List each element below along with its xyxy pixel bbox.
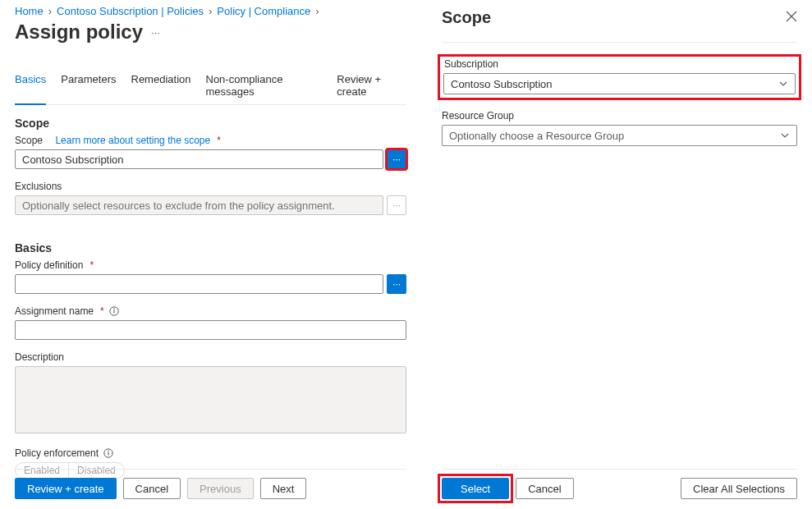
- cancel-button[interactable]: Cancel: [123, 478, 181, 499]
- resource-group-label: Resource Group: [442, 110, 797, 122]
- policy-enforcement-label-row: Policy enforcement: [15, 447, 406, 459]
- scope-label-row: Scope Learn more about setting the scope…: [15, 135, 406, 146]
- assignment-name-input[interactable]: [15, 320, 406, 340]
- tab-parameters[interactable]: Parameters: [61, 68, 116, 104]
- subscription-label: Subscription: [444, 58, 796, 70]
- description-field: Description: [15, 351, 406, 436]
- tab-review-create[interactable]: Review + create: [337, 68, 406, 104]
- policy-definition-label-row: Policy definition *: [15, 259, 406, 271]
- assignment-name-label: Assignment name: [15, 305, 94, 317]
- breadcrumb-policy-compliance[interactable]: Policy | Compliance: [217, 5, 310, 17]
- right-footer-bar: Select Cancel Clear All Selections: [442, 469, 797, 499]
- svg-rect-1: [113, 310, 114, 314]
- tab-remediation[interactable]: Remediation: [131, 68, 191, 104]
- breadcrumb-subscription-policies[interactable]: Contoso Subscription | Policies: [57, 5, 204, 17]
- left-footer-bar: Review + create Cancel Previous Next: [15, 469, 406, 499]
- basics-section-heading: Basics: [15, 241, 406, 254]
- description-label: Description: [15, 351, 406, 363]
- clear-all-selections-button[interactable]: Clear All Selections: [681, 478, 797, 499]
- exclusions-input: [15, 195, 383, 215]
- breadcrumb: Home › Contoso Subscription | Policies ›…: [15, 5, 406, 17]
- review-create-button[interactable]: Review + create: [15, 478, 117, 499]
- chevron-right-icon: ›: [48, 5, 52, 17]
- required-asterisk: *: [100, 305, 104, 317]
- info-icon[interactable]: [109, 306, 119, 316]
- assign-policy-pane: Home › Contoso Subscription | Policies ›…: [0, 0, 418, 509]
- tabs: Basics Parameters Remediation Non-compli…: [15, 68, 406, 105]
- resource-group-field: Resource Group Optionally choose a Resou…: [442, 110, 797, 146]
- policy-definition-field: Policy definition * ···: [15, 259, 406, 294]
- chevron-down-icon: [780, 131, 790, 143]
- policy-definition-picker-button[interactable]: ···: [387, 274, 406, 294]
- chevron-right-icon: ›: [315, 5, 319, 17]
- scope-field: Scope Learn more about setting the scope…: [15, 135, 406, 169]
- next-button[interactable]: Next: [260, 478, 307, 499]
- policy-enforcement-label: Policy enforcement: [15, 447, 99, 459]
- slideout-header: Scope: [442, 8, 797, 27]
- svg-point-5: [108, 451, 109, 452]
- chevron-right-icon: ›: [209, 5, 212, 17]
- resource-group-select[interactable]: Optionally choose a Resource Group: [442, 125, 797, 146]
- svg-rect-4: [108, 452, 108, 456]
- scope-input[interactable]: [15, 149, 383, 169]
- info-icon[interactable]: [103, 448, 113, 458]
- exclusions-picker-button: ···: [387, 195, 406, 215]
- resource-group-select-placeholder: Optionally choose a Resource Group: [449, 130, 624, 142]
- policy-definition-input[interactable]: [15, 274, 383, 294]
- subscription-select-value: Contoso Subscription: [451, 78, 553, 90]
- exclusions-field: Exclusions ···: [15, 181, 406, 215]
- svg-point-2: [113, 309, 115, 310]
- select-highlight-box: Select: [438, 474, 513, 503]
- close-icon[interactable]: [786, 11, 797, 25]
- chevron-down-icon: [778, 79, 788, 91]
- previous-button: Previous: [187, 478, 254, 499]
- scope-slideout-pane: Scope Subscription Contoso Subscription …: [427, 0, 812, 509]
- subscription-highlight-box: Subscription Contoso Subscription: [438, 54, 801, 100]
- scope-label: Scope: [15, 135, 43, 146]
- policy-definition-label: Policy definition: [15, 259, 83, 271]
- breadcrumb-home[interactable]: Home: [15, 5, 44, 17]
- scope-picker-button[interactable]: ···: [387, 149, 406, 169]
- scope-section-heading: Scope: [15, 117, 406, 130]
- page-title-row: Assign policy ···: [15, 21, 406, 44]
- assignment-name-field: Assignment name *: [15, 305, 406, 340]
- slideout-divider: [442, 42, 797, 43]
- assignment-name-label-row: Assignment name *: [15, 305, 406, 317]
- page-title: Assign policy: [15, 21, 143, 44]
- subscription-select[interactable]: Contoso Subscription: [443, 73, 796, 94]
- slideout-cancel-button[interactable]: Cancel: [516, 478, 573, 499]
- required-asterisk: *: [217, 135, 221, 146]
- more-actions-icon[interactable]: ···: [151, 26, 160, 39]
- select-button[interactable]: Select: [442, 478, 509, 499]
- description-textarea[interactable]: [15, 366, 406, 433]
- required-asterisk: *: [89, 259, 94, 271]
- exclusions-label: Exclusions: [15, 181, 406, 192]
- tab-non-compliance-messages[interactable]: Non-compliance messages: [206, 68, 323, 104]
- learn-more-scope-link[interactable]: Learn more about setting the scope: [55, 135, 210, 146]
- tab-basics[interactable]: Basics: [15, 68, 46, 104]
- slideout-title: Scope: [442, 8, 491, 27]
